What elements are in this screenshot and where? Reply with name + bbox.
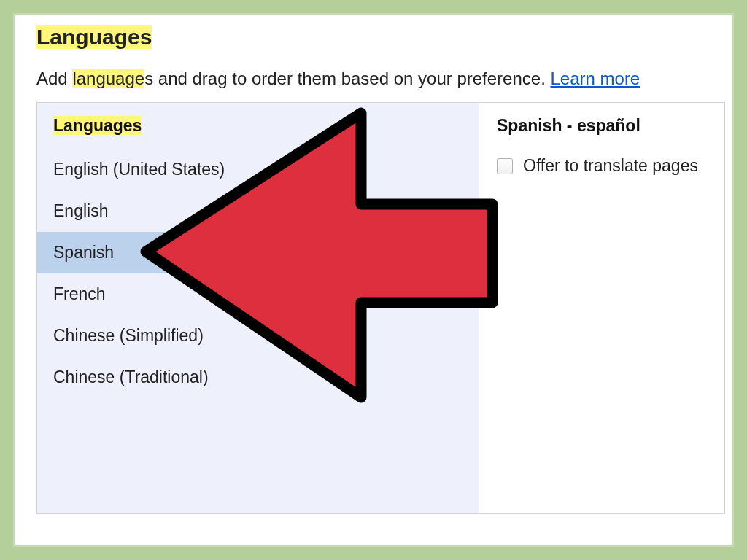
offer-translate-checkbox[interactable]: [497, 158, 513, 174]
offer-translate-row: Offer to translate pages: [497, 156, 724, 176]
subtitle-highlight: language: [72, 69, 144, 88]
page-title: Languages: [36, 25, 152, 50]
language-detail-panel: Spanish - español Offer to translate pag…: [479, 103, 724, 513]
subtitle-prefix: Add: [36, 69, 72, 88]
offer-translate-label: Offer to translate pages: [523, 156, 698, 176]
detail-heading: Spanish - español: [497, 116, 724, 136]
app-frame: Languages Add languages and drag to orde…: [13, 13, 734, 547]
language-item[interactable]: Chinese (Simplified): [37, 315, 479, 357]
languages-list: English (United States)EnglishSpanishFre…: [37, 149, 479, 398]
languages-heading-text: Languages: [53, 116, 142, 135]
subtitle-suffix: s and drag to order them based on your p…: [144, 69, 550, 88]
panels: Languages English (United States)English…: [36, 102, 725, 514]
learn-more-link[interactable]: Learn more: [550, 69, 640, 88]
page-title-text: Languages: [36, 25, 152, 49]
subtitle: Add languages and drag to order them bas…: [36, 69, 725, 89]
language-item[interactable]: English: [37, 190, 479, 232]
language-item[interactable]: Spanish: [37, 232, 479, 273]
language-item[interactable]: French: [37, 273, 479, 315]
languages-heading: Languages: [53, 116, 142, 136]
language-item[interactable]: English (United States): [37, 149, 479, 190]
languages-list-panel: Languages English (United States)English…: [37, 103, 479, 513]
language-item[interactable]: Chinese (Traditional): [37, 357, 479, 398]
